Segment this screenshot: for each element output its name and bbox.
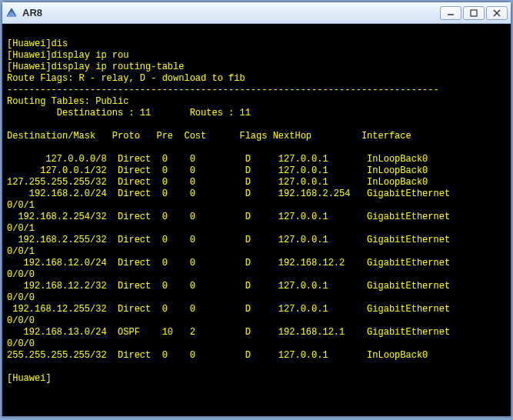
window-controls bbox=[440, 6, 508, 20]
close-icon bbox=[493, 9, 501, 17]
minimize-icon bbox=[447, 9, 455, 17]
close-button[interactable] bbox=[486, 6, 508, 20]
titlebar[interactable]: AR8 bbox=[2, 2, 511, 24]
minimize-button[interactable] bbox=[440, 6, 461, 20]
svg-rect-1 bbox=[471, 10, 477, 16]
app-icon bbox=[5, 7, 18, 19]
window-title: AR8 bbox=[22, 7, 440, 18]
maximize-icon bbox=[470, 9, 478, 17]
maximize-button[interactable] bbox=[463, 6, 485, 20]
terminal-output[interactable]: [Huawei]dis [Huawei]display ip rou [Huaw… bbox=[2, 24, 511, 416]
app-window: AR8 [Huawei]dis [Huawei]display ip rou [… bbox=[2, 2, 511, 417]
